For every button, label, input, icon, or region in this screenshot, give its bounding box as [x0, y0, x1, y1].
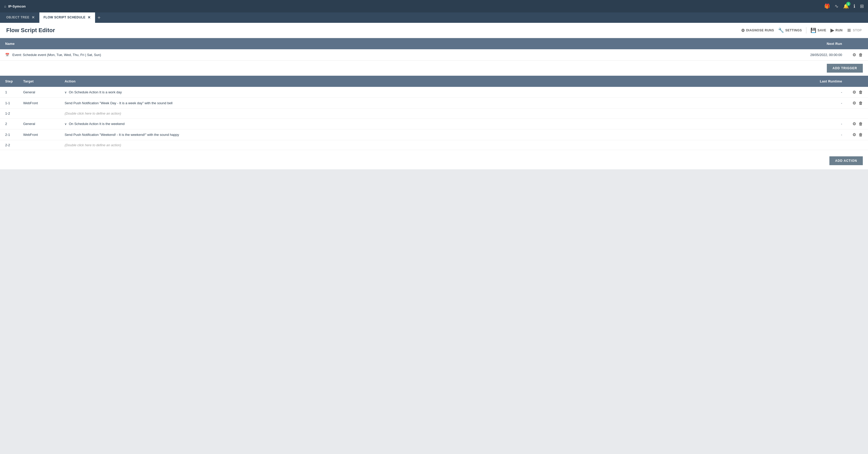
step-cell: 1: [0, 87, 18, 98]
trigger-row: 📅 Event: Schedule event (Mon, Tue, Wed, …: [0, 49, 868, 61]
settings-label: SETTINGS: [785, 29, 802, 32]
steps-col-action: Action: [59, 76, 796, 87]
step-gear-icon[interactable]: ⚙: [852, 132, 856, 137]
navbar-right: 🎁 ∿ 🔔 1 ℹ ⊞: [824, 3, 864, 9]
step-icons-cell: ⚙🗑: [847, 87, 868, 98]
editor-header: Flow Script Editor ⚙ DIAGNOSE RUNS 🔧 SET…: [0, 23, 868, 38]
step-cell: 1-2: [0, 109, 18, 118]
diagnose-runs-label: DIAGNOSE RUNS: [746, 29, 774, 32]
grid-icon[interactable]: ⊞: [860, 3, 864, 9]
tab-object-tree[interactable]: OBJECT TREE ✕: [2, 12, 39, 23]
tab-flow-script-schedule[interactable]: FLOW SCRIPT SCHEDULE ✕: [39, 12, 95, 23]
tabs-bar: OBJECT TREE ✕ FLOW SCRIPT SCHEDULE ✕ +: [0, 12, 868, 23]
triggers-col-name: Name: [0, 38, 607, 49]
step-gear-icon[interactable]: ⚙: [852, 121, 856, 126]
add-action-button[interactable]: ADD ACTION: [829, 157, 863, 165]
save-button[interactable]: 💾 SAVE: [810, 27, 826, 33]
step-gear-icon[interactable]: ⚙: [852, 101, 856, 106]
chevron-icon: ∨: [64, 122, 68, 126]
step-action-cell: ∨ On Schedule Action It is a work day: [59, 87, 796, 98]
tab-object-tree-close[interactable]: ✕: [32, 16, 35, 19]
step-row: 2-1WebFrontSend Push Notification "Weeke…: [0, 130, 868, 140]
step-target-cell: [18, 140, 59, 150]
trigger-next-run: 28/05/2022, 00:00:00: [607, 49, 847, 61]
gift-icon[interactable]: 🎁: [824, 3, 830, 9]
tab-object-tree-label: OBJECT TREE: [6, 16, 30, 19]
navbar: ⌂ IP-Symcon 🎁 ∿ 🔔 1 ℹ ⊞: [0, 0, 868, 12]
step-cell: 2-2: [0, 140, 18, 150]
trigger-calendar-icon: 📅: [5, 53, 9, 57]
step-runtime-cell: -: [796, 98, 847, 109]
steps-col-runtime: Last Runtime: [796, 76, 847, 87]
steps-col-step: Step: [0, 76, 18, 87]
step-gear-icon[interactable]: ⚙: [852, 90, 856, 95]
trigger-trash-icon[interactable]: 🗑: [859, 53, 863, 57]
run-icon: ▶: [831, 27, 834, 33]
step-cell: 2-1: [0, 130, 18, 140]
triggers-header-row: Name Next Run: [0, 38, 868, 49]
stop-button[interactable]: ⏹ STOP: [847, 28, 862, 33]
save-icon: 💾: [810, 27, 816, 33]
steps-col-actions-header: [847, 76, 868, 87]
app-logo: ⌂ IP-Symcon: [4, 4, 26, 8]
step-target-cell: WebFront: [18, 98, 59, 109]
diagnose-icon: ⚙: [741, 28, 745, 33]
step-trash-icon[interactable]: 🗑: [859, 122, 863, 126]
step-icons-cell: ⚙🗑: [847, 118, 868, 130]
step-runtime-cell: -: [796, 87, 847, 98]
settings-icon: 🔧: [778, 27, 784, 33]
steps-table: Step Target Action Last Runtime 1General…: [0, 76, 868, 150]
step-target-cell: WebFront: [18, 130, 59, 140]
steps-header-row: Step Target Action Last Runtime: [0, 76, 868, 87]
triggers-table: Name Next Run 📅 Event: Schedule event (M…: [0, 38, 868, 61]
step-row: 1-2(Double click here to define an actio…: [0, 109, 868, 118]
diagnose-runs-button[interactable]: ⚙ DIAGNOSE RUNS: [741, 28, 774, 33]
bell-icon[interactable]: 🔔 1: [843, 3, 849, 9]
step-action-cell: ∨ On Schedule Action It is the weekend: [59, 118, 796, 130]
step-action-cell: Send Push Notification "Weekend! - It is…: [59, 130, 796, 140]
trigger-name: Event: Schedule event (Mon, Tue, Wed, Th…: [12, 53, 101, 57]
step-action-cell[interactable]: (Double click here to define an action): [59, 109, 796, 118]
step-runtime-cell: [796, 109, 847, 118]
trigger-action-icons: ⚙ 🗑: [847, 49, 868, 61]
tab-add-button[interactable]: +: [96, 15, 103, 21]
editor-title: Flow Script Editor: [6, 27, 55, 34]
stop-label: STOP: [853, 29, 862, 32]
step-runtime-cell: -: [796, 118, 847, 130]
notification-badge: 1: [846, 2, 850, 6]
step-runtime-cell: [796, 140, 847, 150]
info-icon[interactable]: ℹ: [854, 3, 855, 9]
step-icons-cell: [847, 109, 868, 118]
add-trigger-button[interactable]: ADD TRIGGER: [827, 64, 863, 73]
step-target-cell: General: [18, 87, 59, 98]
step-runtime-cell: -: [796, 130, 847, 140]
chart-icon[interactable]: ∿: [835, 3, 838, 9]
home-icon: ⌂: [4, 4, 6, 8]
tab-flow-script-schedule-label: FLOW SCRIPT SCHEDULE: [43, 16, 86, 19]
step-cell: 1-1: [0, 98, 18, 109]
tab-flow-script-schedule-close[interactable]: ✕: [88, 16, 91, 19]
step-row: 2-2(Double click here to define an actio…: [0, 140, 868, 150]
add-trigger-row: ADD TRIGGER: [0, 61, 868, 76]
step-trash-icon[interactable]: 🗑: [859, 133, 863, 137]
step-trash-icon[interactable]: 🗑: [859, 101, 863, 106]
run-button[interactable]: ▶ RUN: [831, 27, 843, 33]
trigger-name-cell: 📅 Event: Schedule event (Mon, Tue, Wed, …: [0, 49, 607, 61]
settings-button[interactable]: 🔧 SETTINGS: [778, 27, 802, 33]
app-name: IP-Symcon: [8, 4, 26, 8]
step-row: 2General∨ On Schedule Action It is the w…: [0, 118, 868, 130]
chevron-icon: ∨: [64, 90, 68, 94]
step-target-cell: General: [18, 118, 59, 130]
step-trash-icon[interactable]: 🗑: [859, 90, 863, 95]
steps-col-target: Target: [18, 76, 59, 87]
step-action-cell[interactable]: (Double click here to define an action): [59, 140, 796, 150]
step-target-cell: [18, 109, 59, 118]
step-action-cell: Send Push Notification "Week Day - It is…: [59, 98, 796, 109]
stop-icon: ⏹: [847, 28, 852, 33]
step-row: 1-1WebFrontSend Push Notification "Week …: [0, 98, 868, 109]
navbar-left: ⌂ IP-Symcon: [4, 4, 26, 8]
trigger-gear-icon[interactable]: ⚙: [852, 52, 856, 57]
editor-actions: ⚙ DIAGNOSE RUNS 🔧 SETTINGS 💾 SAVE ▶ RUN …: [741, 27, 862, 33]
divider: [806, 27, 806, 33]
run-label: RUN: [836, 29, 843, 32]
